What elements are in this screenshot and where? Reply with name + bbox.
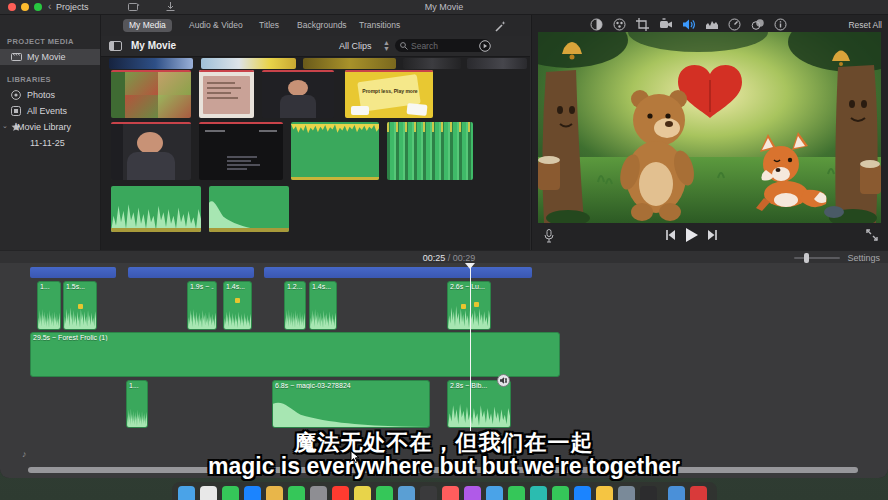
previous-frame-button[interactable] xyxy=(665,230,676,240)
dock-icon[interactable] xyxy=(332,486,349,500)
dock-icon[interactable] xyxy=(508,486,525,500)
timeline-main-clip[interactable]: 29.5s ~ Forest Frolic (1) xyxy=(30,332,560,377)
clip-label: 1.9s ~ ... xyxy=(190,283,214,290)
media-thumbnail-notes[interactable] xyxy=(199,70,254,118)
search-input[interactable] xyxy=(395,39,491,52)
filmstrip-play-icon[interactable] xyxy=(479,40,491,52)
title-bar-clip[interactable] xyxy=(30,267,116,278)
media-filmstrip[interactable] xyxy=(303,58,396,69)
chevron-down-icon[interactable]: ⌄ xyxy=(2,122,8,130)
preview-pane: Reset All xyxy=(531,15,888,250)
media-thumbnail-webcam[interactable] xyxy=(262,70,334,118)
sidebar-item-photos[interactable]: Photos xyxy=(0,87,100,103)
dock-icon[interactable] xyxy=(668,486,685,500)
timeline-clip[interactable]: 1.9s ~ ... xyxy=(187,281,217,330)
media-thumbnail-audio-clip[interactable] xyxy=(387,122,473,180)
clip-label: 1.2... xyxy=(287,283,303,290)
preview-video-frame[interactable] xyxy=(538,32,881,223)
volume-icon[interactable] xyxy=(682,18,696,31)
clip-filter-dropdown[interactable]: All Clips xyxy=(339,41,372,51)
timeline-zoom-slider[interactable] xyxy=(794,257,840,259)
media-thumbnail-promo[interactable]: Prompt less, Play more xyxy=(345,70,433,118)
dock-icon[interactable] xyxy=(596,486,613,500)
timeline-audio-clip[interactable]: 2.8s ~ Bib... xyxy=(447,380,511,428)
color-balance-icon[interactable] xyxy=(590,18,604,31)
timeline-clip[interactable]: 2.6s ~ Lu... xyxy=(447,281,491,330)
speed-icon[interactable] xyxy=(728,18,742,31)
dock-icon[interactable] xyxy=(420,486,437,500)
media-thumbnail-collage[interactable] xyxy=(111,70,191,118)
timeline-audio-clip[interactable]: 1... xyxy=(126,380,148,428)
mouse-cursor xyxy=(350,450,360,464)
info-icon[interactable] xyxy=(774,18,788,31)
media-filmstrip[interactable] xyxy=(201,58,296,69)
dock-icon[interactable] xyxy=(486,486,503,500)
dock-icon[interactable] xyxy=(288,486,305,500)
sidebar-item-my-movie[interactable]: My Movie xyxy=(0,49,100,65)
title-bar-clip[interactable] xyxy=(128,267,254,278)
media-filmstrip[interactable] xyxy=(109,58,193,69)
clip-label: 1.4s... xyxy=(312,283,334,290)
dock-icon[interactable] xyxy=(574,486,591,500)
search-icon xyxy=(400,42,408,50)
sidebar-item-imovie-library[interactable]: ⌄ iMovie Library xyxy=(0,119,100,135)
timeline-clip[interactable]: 1.5s... xyxy=(63,281,97,330)
timeline-settings-button[interactable]: Settings xyxy=(847,253,880,263)
sidebar-item-event-date[interactable]: 11-11-25 xyxy=(0,135,100,151)
next-frame-button[interactable] xyxy=(707,230,718,240)
media-thumbnail-audio-clip[interactable] xyxy=(209,186,289,232)
dock-icon[interactable] xyxy=(442,486,459,500)
sidebar-item-all-events[interactable]: All Events xyxy=(0,103,100,119)
media-thumbnail-audio-clip[interactable] xyxy=(111,186,201,232)
stabilization-icon[interactable] xyxy=(659,18,673,31)
timeline-clip[interactable]: 1.4s... xyxy=(223,281,252,330)
media-filmstrip[interactable] xyxy=(403,58,461,69)
dock-icon[interactable] xyxy=(222,486,239,500)
clip-volume-badge[interactable] xyxy=(497,374,510,387)
dock-icon[interactable] xyxy=(376,486,393,500)
tab-backgrounds[interactable]: Backgrounds xyxy=(291,19,353,32)
tab-transitions[interactable]: Transitions xyxy=(353,19,406,32)
reset-all-button[interactable]: Reset All xyxy=(848,20,882,30)
dock-icon[interactable] xyxy=(640,486,657,500)
timeline-clip[interactable]: 1.4s... xyxy=(309,281,337,330)
color-correction-icon[interactable] xyxy=(613,18,627,31)
dock-icon[interactable] xyxy=(552,486,569,500)
effects-icon[interactable] xyxy=(751,18,765,31)
media-thumbnail-audio-clip[interactable] xyxy=(291,122,379,180)
dock-icon[interactable] xyxy=(398,486,415,500)
media-thumbnail-webcam2[interactable] xyxy=(111,122,191,180)
timeline-clip[interactable]: 1... xyxy=(37,281,61,330)
dock-icon[interactable] xyxy=(310,486,327,500)
dock-icon[interactable] xyxy=(618,486,635,500)
dock-icon[interactable] xyxy=(354,486,371,500)
play-button[interactable] xyxy=(685,228,698,242)
timeline-clip[interactable]: 1.2... xyxy=(284,281,306,330)
dock-icon[interactable] xyxy=(690,486,707,500)
dock-icon[interactable] xyxy=(266,486,283,500)
zoom-slider-knob[interactable] xyxy=(804,253,809,263)
clip-label: 1.5s... xyxy=(66,283,94,290)
tab-my-media[interactable]: My Media xyxy=(123,19,172,32)
crop-icon[interactable] xyxy=(636,18,650,31)
window-title: My Movie xyxy=(0,2,888,12)
fullscreen-icon[interactable] xyxy=(866,229,878,241)
clip-label: 1... xyxy=(129,382,145,389)
dock-icon[interactable] xyxy=(178,486,195,500)
playhead[interactable] xyxy=(470,263,471,431)
title-bar-clip[interactable] xyxy=(264,267,532,278)
timeline-audio-clip[interactable]: 6.8s ~ magic-03-278824 xyxy=(272,380,430,428)
media-tab-bar: My Media Audio & Video Titles Background… xyxy=(101,15,530,37)
dock-icon[interactable] xyxy=(530,486,547,500)
dock-icon[interactable] xyxy=(244,486,261,500)
enhance-wand-icon[interactable] xyxy=(495,20,507,32)
dock-icon[interactable] xyxy=(464,486,481,500)
dock-icon[interactable] xyxy=(200,486,217,500)
media-filmstrip[interactable] xyxy=(467,58,527,69)
noise-reduction-icon[interactable] xyxy=(705,18,719,31)
voiceover-mic-icon[interactable] xyxy=(544,229,554,243)
tab-audio-video[interactable]: Audio & Video xyxy=(183,19,249,32)
media-thumbnail-terminal[interactable] xyxy=(199,122,283,180)
sidebar-toggle-icon[interactable] xyxy=(109,41,122,51)
tab-titles[interactable]: Titles xyxy=(253,19,285,32)
